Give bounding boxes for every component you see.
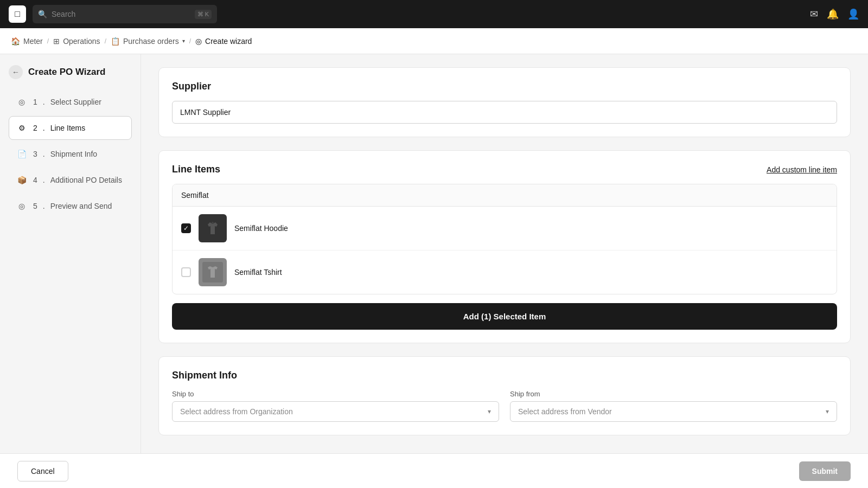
chevron-down-icon: ▾ xyxy=(182,38,185,44)
sidebar-item-additional-po[interactable]: 📦 4. Additional PO Details xyxy=(9,168,132,192)
breadcrumb-sep-3: / xyxy=(189,37,191,45)
ship-from-group: Ship from Select address from Vendor ▾ xyxy=(510,390,837,422)
ship-from-label: Ship from xyxy=(510,390,837,398)
tshirt-svg xyxy=(202,262,223,282)
step3-icon: 📄 xyxy=(16,148,28,160)
search-icon: 🔍 xyxy=(38,10,47,18)
tshirt-thumbnail xyxy=(199,258,227,286)
wizard-icon: ◎ xyxy=(195,37,202,46)
sidebar-title: ← Create PO Wizard xyxy=(9,65,132,79)
supplier-field[interactable]: LMNT Supplier xyxy=(172,101,837,124)
ship-from-placeholder: Select address from Vendor xyxy=(518,407,612,416)
line-items-section: Line Items Add custom line item Semiflat… xyxy=(158,150,851,343)
breadcrumb-sep-1: / xyxy=(47,37,49,45)
search-bar[interactable]: 🔍 ⌘ K xyxy=(33,5,217,23)
svg-point-1 xyxy=(212,222,214,224)
check-icon: ✓ xyxy=(183,224,189,232)
back-button[interactable]: ← xyxy=(9,65,23,79)
logo[interactable]: □ xyxy=(9,5,26,23)
main-content: Supplier LMNT Supplier Line Items Add cu… xyxy=(141,54,868,488)
tshirt-checkbox[interactable] xyxy=(181,267,191,277)
ship-to-chevron-icon: ▾ xyxy=(488,408,491,415)
nav-actions: ✉ 🔔 👤 xyxy=(810,8,859,20)
add-custom-line-item-link[interactable]: Add custom line item xyxy=(767,165,837,174)
ship-from-chevron-icon: ▾ xyxy=(826,408,829,415)
top-nav: □ 🔍 ⌘ K ✉ 🔔 👤 xyxy=(0,0,868,28)
ship-to-select[interactable]: Select address from Organization ▾ xyxy=(172,401,499,422)
group-header-semiflat: Semiflat xyxy=(173,184,837,207)
search-shortcut: ⌘ K xyxy=(195,10,212,19)
sidebar-item-shipment-info[interactable]: 📄 3. Shipment Info xyxy=(9,142,132,166)
step2-icon: ⚙ xyxy=(16,122,28,134)
bottom-bar: Cancel Submit xyxy=(0,453,868,488)
sidebar: ← Create PO Wizard ◎ 1. Select Supplier … xyxy=(0,54,141,488)
hoodie-thumbnail xyxy=(199,214,227,242)
supplier-section: Supplier LMNT Supplier xyxy=(158,67,851,137)
ship-to-label: Ship to xyxy=(172,390,499,398)
shipment-info-title: Shipment Info xyxy=(172,370,837,381)
hoodie-name: Semiflat Hoodie xyxy=(234,224,288,233)
add-selected-button[interactable]: Add (1) Selected Item xyxy=(172,303,837,330)
home-icon: 🏠 xyxy=(11,37,20,46)
shipment-info-section: Shipment Info Ship to Select address fro… xyxy=(158,356,851,435)
cancel-button[interactable]: Cancel xyxy=(17,461,68,481)
sidebar-item-preview-send[interactable]: ◎ 5. Preview and Send xyxy=(9,194,132,218)
ship-to-group: Ship to Select address from Organization… xyxy=(172,390,499,422)
line-item-tshirt[interactable]: Semiflat Tshirt xyxy=(173,251,837,294)
hoodie-svg xyxy=(202,218,223,239)
step1-icon: ◎ xyxy=(16,96,28,108)
sidebar-item-select-supplier[interactable]: ◎ 1. Select Supplier xyxy=(9,90,132,114)
sidebar-item-line-items[interactable]: ⚙ 2. Line Items xyxy=(9,116,132,140)
purchase-orders-icon: 📋 xyxy=(111,37,120,46)
search-input[interactable] xyxy=(52,10,190,18)
ship-to-placeholder: Select address from Organization xyxy=(180,407,293,416)
breadcrumb-operations[interactable]: ⊞ Operations xyxy=(53,37,100,46)
line-items-header: Line Items Add custom line item xyxy=(172,164,837,175)
notifications-icon[interactable]: 🔔 xyxy=(827,8,839,20)
breadcrumb-create-wizard[interactable]: ◎ Create wizard xyxy=(195,37,252,46)
user-icon[interactable]: 👤 xyxy=(847,8,859,20)
app-layout: ← Create PO Wizard ◎ 1. Select Supplier … xyxy=(0,54,868,488)
tshirt-name: Semiflat Tshirt xyxy=(234,268,282,277)
breadcrumb-purchase-orders[interactable]: 📋 Purchase orders ▾ xyxy=(111,37,185,46)
grid-icon: ⊞ xyxy=(53,37,60,46)
step5-icon: ◎ xyxy=(16,200,28,212)
line-items-title: Line Items xyxy=(172,164,220,175)
submit-button[interactable]: Submit xyxy=(799,461,851,481)
ship-from-select[interactable]: Select address from Vendor ▾ xyxy=(510,401,837,422)
step4-icon: 📦 xyxy=(16,174,28,186)
breadcrumb-meter[interactable]: 🏠 Meter xyxy=(11,37,43,46)
line-item-hoodie[interactable]: ✓ Semiflat Hoodie xyxy=(173,207,837,251)
breadcrumb: 🏠 Meter / ⊞ Operations / 📋 Purchase orde… xyxy=(0,28,868,54)
breadcrumb-sep-2: / xyxy=(105,37,106,45)
supplier-title: Supplier xyxy=(172,81,837,92)
line-items-group: Semiflat ✓ Semiflat Hoodie xyxy=(172,184,837,294)
hoodie-checkbox[interactable]: ✓ xyxy=(181,223,191,233)
messages-icon[interactable]: ✉ xyxy=(810,8,818,20)
shipment-fields: Ship to Select address from Organization… xyxy=(172,390,837,422)
